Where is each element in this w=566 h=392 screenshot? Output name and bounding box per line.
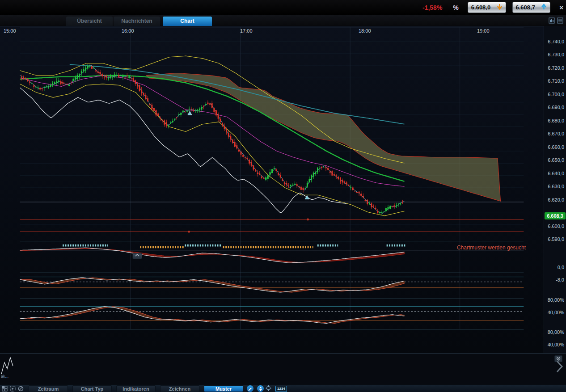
price-axis-label: 40,00% (548, 342, 564, 347)
up-down-arrows-icon (259, 385, 262, 392)
pencil-icon (248, 385, 252, 392)
price-axis-label: 80,00% (548, 329, 564, 335)
scale-arrows-button[interactable] (257, 385, 264, 392)
time-axis-label: 17:00 (240, 28, 253, 34)
sell-button[interactable]: 6.608,0 (468, 2, 506, 13)
chart-typ-button[interactable]: Chart Typ (72, 385, 112, 392)
price-axis-label: 6.660,0 (548, 144, 564, 150)
percent-toggle[interactable]: % (450, 4, 461, 12)
zeichnen-button[interactable]: Zeichnen (160, 385, 199, 392)
price-axis-label: 6.680,0 (548, 118, 564, 123)
time-axis-label: 19:00 (477, 28, 490, 34)
edit-pencil-button[interactable] (247, 385, 253, 392)
price-axis-label: 80,00% (548, 297, 564, 303)
price-axis-label: 6.600,0 (548, 223, 564, 229)
lagging-white-line (20, 88, 346, 212)
alert-line-handle[interactable] (307, 219, 309, 221)
chart-canvas[interactable] (0, 26, 544, 354)
ichimoku-cloud (146, 73, 500, 201)
time-axis-label: 15:00 (4, 28, 16, 34)
price-axis-label: 6.630,0 (548, 184, 564, 189)
trading-app-window: -1,58% % 6.608,0 6.608,7 × Übersicht Nac… (0, 0, 566, 392)
collapse-panels-button[interactable] (132, 253, 142, 259)
buy-arrow-up-icon (541, 4, 547, 12)
alert-line-handle[interactable] (188, 231, 190, 233)
buy-price-label: 6.608,7 (516, 4, 535, 11)
macd-main-line (20, 248, 405, 263)
price-axis-label: 6.670,0 (548, 131, 564, 136)
zeitraum-button[interactable]: Zeitraum (29, 385, 68, 392)
layout-grid-icon[interactable] (1, 385, 8, 392)
current-price-tag: 6.608,3 (545, 212, 566, 219)
tab-nachrichten[interactable]: Nachrichten (114, 17, 160, 26)
price-axis-label: 6.710,0 (548, 78, 564, 84)
price-axis-label: 6.720,0 (548, 65, 564, 71)
change-percent: -1,58% (422, 4, 442, 11)
pattern-strip: ak... (0, 353, 566, 385)
pattern-search-notice: Chartmuster werden gesucht (457, 244, 526, 251)
time-axis-label: 18:00 (359, 28, 371, 34)
disable-drawing-icon[interactable] (17, 385, 24, 392)
pattern-marker-triangle[interactable] (188, 111, 192, 115)
sell-arrow-down-icon (497, 4, 503, 12)
indikatoren-button[interactable]: Indikatoren (116, 385, 156, 392)
price-axis-label: 6.620,0 (548, 197, 564, 202)
pattern-preview-label: ak... (1, 374, 8, 379)
close-button[interactable]: × (557, 3, 566, 12)
price-axis-label: 0,0 (558, 265, 564, 270)
selection-mode-icon[interactable] (9, 385, 16, 392)
list-view-icon[interactable] (557, 17, 563, 24)
buy-button[interactable]: 6.608,7 (512, 2, 551, 13)
sell-price-label: 6.608,0 (471, 4, 490, 11)
price-axis-label: 6.590,0 (548, 236, 564, 242)
tab-uebersicht[interactable]: Übersicht (66, 17, 113, 26)
macd-fill (20, 248, 405, 263)
price-axis[interactable]: 6.740,06.730,06.720,06.710,06.700,06.690… (544, 26, 566, 353)
tab-chart[interactable]: Chart (163, 17, 212, 26)
crosshair-button[interactable] (265, 385, 272, 392)
chart-area[interactable]: 15:0016:0017:0018:0019:00 Chartmuster we… (0, 26, 544, 354)
patterns-next-chevron[interactable] (555, 360, 563, 375)
price-axis-label: 6.730,0 (548, 52, 564, 57)
price-axis-label: -8,0 (556, 277, 564, 282)
price-axis-label: 6.740,0 (548, 39, 564, 44)
stoch1-fast-line (20, 278, 405, 292)
price-axis-label: 40,00% (548, 310, 564, 315)
price-axis-label: 6.640,0 (548, 171, 564, 176)
time-axis-label: 16:00 (122, 28, 134, 34)
bottom-toolbar: Zeitraum Chart Typ Indikatoren Zeichnen … (0, 384, 566, 392)
muster-button[interactable]: Muster (204, 385, 243, 392)
bollinger-upper-line (20, 56, 405, 163)
top-bar: -1,58% % 6.608,0 6.608,7 × (0, 0, 566, 15)
chart-view-icon[interactable] (549, 17, 555, 24)
tab-bar: Übersicht Nachrichten Chart (0, 15, 566, 26)
numbers-badge[interactable]: 1234 (275, 386, 287, 392)
price-axis-label: 6.700,0 (548, 92, 564, 97)
crosshair-icon (266, 385, 271, 392)
price-axis-label: 6.650,0 (548, 157, 564, 163)
price-axis-label: 6.690,0 (548, 105, 564, 110)
